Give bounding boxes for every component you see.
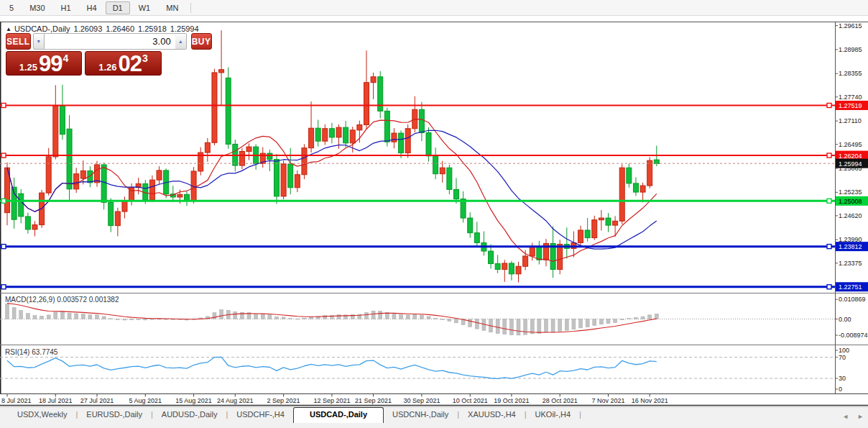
macd-histogram-bar [634, 317, 637, 319]
tab-audusd-daily[interactable]: AUDUSD-,Daily [153, 408, 226, 422]
rsi-indicator-label: RSI(14) 63.7745 [5, 348, 57, 356]
macd-histogram-bar [606, 319, 610, 324]
candle-body [516, 266, 521, 274]
candle-body [433, 156, 438, 174]
bar-close-value: 1.25994 [170, 24, 199, 33]
date-tick-label: 8 Jul 2021 [1, 397, 32, 404]
candle-body [523, 256, 528, 266]
macd-histogram-bar [565, 319, 568, 331]
volume-input[interactable] [45, 33, 175, 50]
timeframe-button-W1[interactable]: W1 [131, 1, 158, 14]
candle-body [274, 160, 279, 196]
candle-body [619, 168, 624, 221]
macd-histogram-bar [448, 319, 451, 322]
macd-histogram-bar [295, 319, 299, 319]
hline-handle [1, 104, 6, 108]
candle-body [453, 189, 458, 199]
macd-histogram-bar [102, 317, 106, 319]
candle-body [94, 165, 99, 183]
timeframe-button-5[interactable]: 5 [2, 1, 21, 14]
macd-histogram-bar [434, 318, 438, 319]
macd-tick-label: 0.00 [839, 316, 851, 323]
candle-body [474, 233, 479, 243]
tab-usdcad-daily[interactable]: USDCAD-,Daily [293, 407, 384, 423]
timeframe-button-MN[interactable]: MN [159, 1, 185, 14]
tab-usdx-weekly[interactable]: USDX,Weekly [9, 408, 75, 422]
candle-body [371, 77, 376, 83]
tab-scroll-arrows: ◄ ► [842, 413, 864, 420]
candle-body [468, 218, 473, 233]
sell-price-big: 99 [39, 53, 62, 75]
candle-body [205, 142, 210, 152]
macd-histogram-bar [303, 318, 306, 319]
macd-histogram-bar [586, 319, 589, 327]
timeframe-button-H4[interactable]: H4 [80, 1, 104, 14]
macd-histogram-bar [371, 311, 375, 319]
candle-body [654, 160, 659, 163]
candle-body [419, 109, 424, 132]
macd-histogram-bar [213, 313, 216, 319]
price-tick-label: 1.23375 [839, 260, 862, 267]
buy-button[interactable]: BUY [191, 33, 212, 50]
macd-histogram-bar [599, 319, 603, 324]
hline-handle [827, 245, 831, 249]
candle-body [627, 168, 632, 183]
macd-histogram-bar [655, 314, 658, 319]
macd-histogram-bar [627, 319, 631, 319]
hline-handle [1, 245, 6, 249]
tab-ukoil-h4[interactable]: UKOil-,H4 [527, 408, 580, 422]
date-tick-label: 21 Sep 2021 [355, 397, 392, 404]
volume-decrease-icon[interactable]: ▼ [33, 33, 45, 50]
macd-histogram-bar [144, 319, 147, 320]
hline-handle [827, 285, 831, 289]
tab-usdchf-h4[interactable]: USDCHF-,H4 [228, 408, 293, 422]
candle-body [384, 111, 389, 142]
date-tick-label: 16 Nov 2021 [632, 397, 668, 404]
macd-histogram-bar [109, 319, 113, 319]
macd-histogram-bar [282, 317, 285, 319]
tab-scroll-left-icon[interactable]: ◄ [842, 413, 849, 420]
bar-low-value: 1.25918 [138, 24, 167, 33]
candle-body [578, 230, 583, 242]
candle-body [267, 153, 272, 159]
price-badge-label: 1.25008 [839, 198, 862, 205]
macd-histogram-bar [268, 315, 272, 319]
candle-body [115, 211, 120, 226]
date-tick-label: 19 Oct 2021 [494, 397, 529, 404]
toolbar-separator [190, 3, 191, 13]
price-tick-label: 1.26495 [839, 141, 862, 148]
date-tick-label: 2 Sep 2021 [267, 397, 300, 404]
macd-histogram-bar [6, 304, 9, 319]
macd-histogram-bar [427, 317, 430, 319]
sell-button[interactable]: SELL [6, 33, 31, 50]
macd-histogram-bar [60, 311, 64, 319]
volume-increase-icon[interactable]: ▲ [175, 33, 187, 50]
macd-histogram-bar [75, 314, 78, 319]
candle-body [633, 183, 638, 192]
timeframe-button-H1[interactable]: H1 [54, 1, 78, 14]
tab-eurusd-daily[interactable]: EURUSD-,Daily [78, 408, 151, 422]
timeframe-button-D1[interactable]: D1 [106, 1, 130, 14]
timeframe-button-M30[interactable]: M30 [22, 1, 52, 14]
chart-symbol-label: USDCAD-,Daily [14, 24, 70, 33]
macd-histogram-bar [468, 319, 472, 327]
tab-xauusd-h4[interactable]: XAUUSD-,H4 [459, 408, 525, 422]
sell-price-box[interactable]: 1.25 99 4 [6, 51, 82, 76]
tab-usdcnh-daily[interactable]: USDCNH-,Daily [384, 408, 457, 422]
macd-indicator-label: MACD(12,26,9) 0.003572 0.001382 [5, 296, 119, 304]
candle-body [281, 164, 286, 196]
bar-open-value: 1.26093 [74, 24, 103, 33]
trade-prices-row: 1.25 99 4 1.26 02 3 [6, 51, 162, 76]
candle-body [53, 106, 58, 157]
candle-body [489, 251, 494, 263]
candle-body [350, 130, 355, 143]
buy-price-box[interactable]: 1.26 02 3 [85, 51, 162, 76]
candle-body [157, 170, 162, 180]
macd-histogram-bar [551, 319, 555, 332]
macd-histogram-bar [261, 314, 264, 319]
macd-histogram-bar [33, 316, 37, 319]
candle-body [640, 186, 645, 192]
tab-scroll-right-icon[interactable]: ► [857, 413, 864, 420]
macd-histogram-bar [517, 319, 520, 335]
macd-histogram-bar [289, 319, 292, 319]
